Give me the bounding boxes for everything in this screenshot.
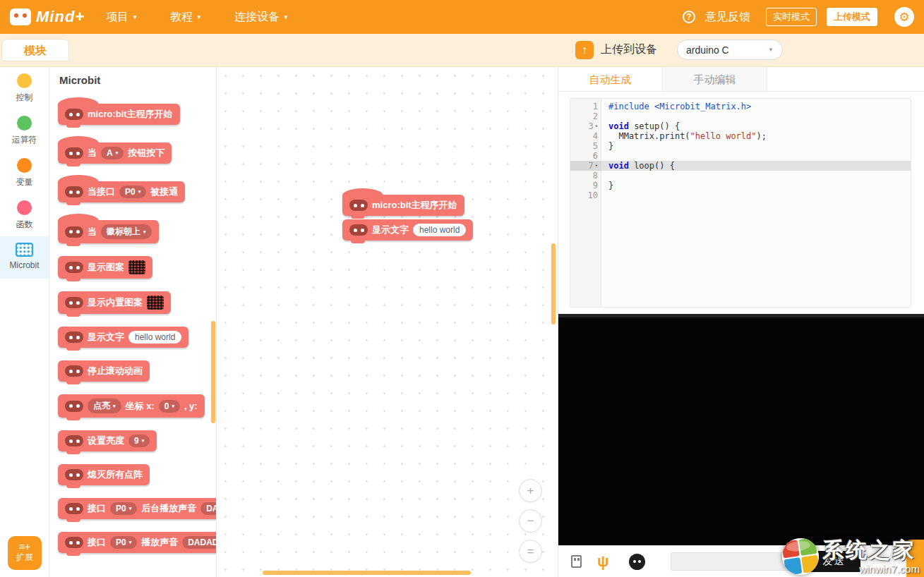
zoom-in-button[interactable]: + — [519, 479, 542, 502]
block-dropdown[interactable]: 点亮▾ — [88, 399, 121, 413]
block-dropdown[interactable]: DADADADUM▾ — [200, 502, 217, 515]
category-microbit[interactable]: Microbit — [0, 236, 49, 279]
script-block[interactable]: micro:bit主程序开始 — [342, 195, 464, 216]
code-text: MMatrix.print("hello world"); — [601, 131, 767, 141]
menu-tutorial[interactable]: 教程 ▼ — [170, 10, 202, 25]
code-text: void setup() { — [601, 121, 680, 131]
code-text — [601, 151, 608, 161]
send-button[interactable]: 发送 — [808, 551, 860, 572]
menu-connect-device[interactable]: 连接设备 ▼ — [234, 10, 289, 25]
canvas-horizontal-scrollbar[interactable] — [263, 571, 471, 575]
device-icon[interactable] — [629, 554, 645, 570]
block-face-icon — [65, 435, 83, 447]
realtime-mode-button[interactable]: 实时模式 — [766, 8, 817, 26]
palette-block[interactable]: 设置亮度9▾ — [58, 430, 157, 451]
tab-modules[interactable]: 模块 — [1, 39, 69, 61]
palette-block[interactable]: 点亮▾坐标 x:0▾, y: — [58, 394, 205, 418]
block-dropdown[interactable]: DADADADUM▾ — [182, 536, 217, 549]
category-operators[interactable]: 运算符 — [0, 109, 49, 152]
code-line: 3▾void setup() { — [570, 121, 911, 131]
topbar-right: ? 意见反馈 实时模式 上传模式 ⚙ — [683, 7, 914, 27]
block-face-icon — [65, 537, 83, 548]
palette-block[interactable]: 显示内置图案 — [58, 291, 171, 314]
feedback-link[interactable]: 意见反馈 — [705, 10, 750, 25]
script-block[interactable]: 显示文字hello world — [342, 219, 473, 241]
category-variables[interactable]: 变量 — [0, 152, 49, 194]
block-label: 显示内置图案 — [88, 296, 143, 309]
palette-block[interactable]: 显示文字hello world — [58, 327, 188, 348]
category-label: Microbit — [9, 260, 39, 270]
tab-auto-generate[interactable]: 自动生成 — [558, 67, 663, 91]
block-text-field[interactable]: hello world — [413, 224, 466, 236]
block-label: micro:bit主程序开始 — [372, 199, 457, 212]
block-label: 设置亮度 — [88, 435, 124, 447]
category-functions[interactable]: 函数 — [0, 194, 49, 236]
usb-serial-icon[interactable]: ψ — [597, 554, 609, 569]
block-dropdown[interactable]: P0▾ — [110, 536, 137, 549]
canvas-vertical-scrollbar[interactable] — [551, 243, 556, 324]
block-dropdown[interactable]: P0▾ — [119, 186, 146, 198]
fold-caret-icon[interactable]: ▾ — [595, 121, 598, 131]
serial-monitor[interactable] — [558, 314, 924, 545]
corner-expand-button[interactable] — [906, 540, 924, 577]
code-tabs: 自动生成 手动编辑 — [558, 67, 924, 92]
palette-scrollbar[interactable] — [211, 321, 215, 423]
chevron-down-icon: ▾ — [129, 540, 132, 545]
zoom-reset-button[interactable]: = — [519, 540, 542, 563]
variables-category-icon — [17, 158, 32, 173]
mindplus-robot-icon — [10, 8, 31, 25]
palette-block[interactable]: 停止滚动动画 — [58, 360, 150, 382]
block-dropdown[interactable]: A▾ — [101, 147, 124, 159]
upload-group: ↑ 上传到设备 arduino C ▼ — [575, 40, 783, 60]
palette-block[interactable]: 当接口P0▾被接通 — [58, 181, 185, 202]
help-icon[interactable]: ? — [683, 11, 695, 23]
board-select[interactable]: arduino C ▼ — [677, 40, 783, 60]
block-label: 接口 — [88, 502, 106, 515]
block-text-field[interactable]: hello world — [128, 331, 181, 344]
led-matrix-icon[interactable] — [128, 260, 145, 274]
block-face-icon — [65, 147, 83, 159]
upload-mode-button[interactable]: 上传模式 — [827, 8, 877, 26]
palette-block[interactable]: 熄灭所有点阵 — [58, 464, 150, 485]
chevron-down-icon: ▾ — [113, 403, 116, 409]
block-face-icon — [65, 186, 83, 198]
menu-project[interactable]: 项目 ▼ — [106, 10, 138, 25]
category-label: 函数 — [16, 219, 33, 231]
code-text — [601, 111, 608, 121]
settings-button[interactable]: ⚙ — [894, 7, 914, 27]
code-editor[interactable]: 1#include <Microbit_Matrix.h>23▾void set… — [570, 98, 911, 308]
app-logo[interactable]: Mind+ — [10, 8, 85, 26]
palette-block[interactable]: micro:bit主程序开始 — [58, 104, 180, 125]
usb-plug-icon[interactable] — [571, 555, 582, 568]
block-label: 显示图案 — [88, 261, 124, 274]
upload-label: 上传到设备 — [601, 42, 657, 57]
extension-button[interactable]: ≡+ 扩展 — [8, 536, 42, 570]
serial-input[interactable] — [671, 552, 801, 571]
block-dropdown[interactable]: P0▾ — [110, 502, 137, 515]
palette-block[interactable]: 当徽标朝上▾ — [58, 220, 159, 243]
chevron-down-icon: ▾ — [138, 189, 141, 195]
block-dropdown[interactable]: 0▾ — [159, 400, 180, 413]
tab-manual-edit[interactable]: 手动编辑 — [663, 67, 767, 91]
upload-to-device-button[interactable]: ↑ — [575, 41, 594, 59]
toolbar: 模块 ↑ 上传到设备 arduino C ▼ — [0, 34, 924, 67]
canvas[interactable]: micro:bit主程序开始显示文字hello world + − = — [217, 67, 558, 577]
block-label: 后台播放声音 — [141, 502, 196, 515]
block-label: 按钮按下 — [128, 147, 164, 159]
serial-toolbar: ψ 发送 — [558, 545, 924, 577]
palette-block[interactable]: 显示图案 — [58, 256, 152, 279]
gear-icon: ⚙ — [899, 11, 909, 23]
fold-caret-icon[interactable]: ▾ — [595, 161, 598, 171]
palette-block[interactable]: 接口P0▾后台播放声音DADADADUM▾ — [58, 498, 217, 519]
menu-label: 连接设备 — [234, 10, 280, 25]
palette-block[interactable]: 接口P0▾播放声音DADADADUM▾ — [58, 532, 217, 553]
block-label: 当 — [88, 226, 97, 238]
block-dropdown[interactable]: 徽标朝上▾ — [101, 224, 152, 239]
category-control[interactable]: 控制 — [0, 67, 49, 109]
led-matrix-icon[interactable] — [147, 296, 164, 310]
zoom-controls: + − = — [519, 479, 542, 563]
block-face-icon — [65, 401, 83, 412]
block-dropdown[interactable]: 9▾ — [128, 435, 150, 447]
zoom-out-button[interactable]: − — [519, 509, 542, 533]
palette-block[interactable]: 当A▾按钮按下 — [58, 142, 172, 164]
